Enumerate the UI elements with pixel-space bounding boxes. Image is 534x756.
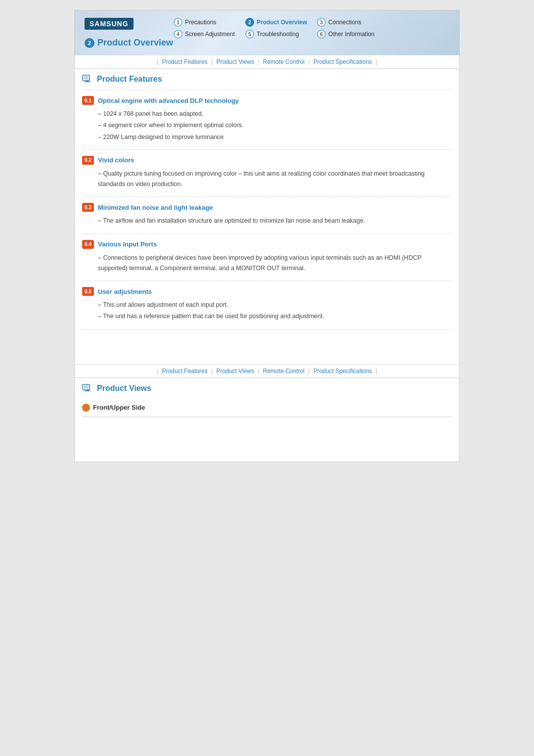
nav-label-5: Troubleshooting [257, 31, 299, 38]
feature-heading-3: 0.3 Minimized fan noise and light leakag… [82, 203, 452, 212]
nav-label-3: Connections [328, 19, 361, 26]
product-features-heading: Product Features [97, 75, 162, 84]
subnav-product-specs-link[interactable]: Product Specifications [313, 58, 372, 65]
feature-block-1: 0.1 Optical engine with advanced DLP tec… [82, 90, 452, 149]
feature-body-4: – Connections to peripheral devices have… [82, 253, 452, 274]
subnav-bottom-product-specs-link[interactable]: Product Specifications [313, 368, 372, 375]
subnav-product-views-link[interactable]: Product Views [216, 58, 254, 65]
subnav-bottom-remote-control-link[interactable]: Remote Control [263, 368, 305, 375]
product-views-image-area [82, 417, 452, 457]
active-section-label: Product Overview [97, 38, 173, 48]
feature-block-2: 0.2 Vivid colors – Quality picture tunin… [82, 149, 452, 197]
feature-body-3: – The airflow and fan installation struc… [82, 216, 452, 226]
subnav-bottom-product-views-link[interactable]: Product Views [216, 368, 254, 375]
nav-item-4[interactable]: 4 Screen Adjustment [174, 30, 235, 39]
subnav-product-features-link[interactable]: Product Features [162, 58, 208, 65]
nav-number-2: 2 [245, 18, 254, 27]
feature-bullet-5-1: – The unit has a reference pattern that … [98, 311, 452, 322]
feature-badge-1: 0.1 [82, 96, 94, 105]
feature-bullet-1-0: – 1024 x 768 panel has been adapted. [98, 109, 452, 119]
feature-bullet-3-0: – The airflow and fan installation struc… [98, 216, 452, 226]
svg-marker-7 [87, 389, 89, 391]
nav-item-5[interactable]: 5 Troubleshooting [245, 30, 307, 39]
nav-number-6: 6 [317, 30, 326, 39]
nav-grid: 1 Precautions 2 Product Overview 3 Conne… [174, 18, 379, 39]
feature-heading-2: 0.2 Vivid colors [82, 156, 452, 165]
feature-title-2: Vivid colors [98, 156, 134, 164]
spacer-1 [75, 334, 459, 344]
spacer-2 [75, 344, 459, 354]
feature-badge-2: 0.2 [82, 156, 94, 165]
header-nav: 1 Precautions 2 Product Overview 3 Conne… [174, 18, 379, 39]
feature-badge-4: 0.4 [82, 240, 94, 249]
front-upper-side-label: Front/Upper Side [82, 399, 452, 415]
active-section-badge: 2 [85, 38, 94, 48]
subnav-bottom-product-features-link[interactable]: Product Features [162, 368, 208, 375]
feature-title-4: Various Input Ports [98, 240, 157, 248]
product-views-title: Product Views [75, 378, 459, 399]
svg-rect-1 [84, 76, 89, 80]
sub-nav-top: | Product Features | Product Views | Rem… [75, 55, 459, 68]
nav-number-4: 4 [174, 30, 182, 39]
header: SAMSUNG 2 Product Overview 1 Precautions… [75, 10, 459, 55]
front-upper-side-text: Front/Upper Side [93, 404, 145, 411]
product-views-heading: Product Views [97, 384, 151, 393]
feature-body-1: – 1024 x 768 panel has been adapted. – 4… [82, 109, 452, 142]
feature-block-3: 0.3 Minimized fan noise and light leakag… [82, 196, 452, 233]
nav-number-1: 1 [174, 18, 182, 27]
feature-badge-5: 0.5 [82, 287, 94, 296]
nav-item-1[interactable]: 1 Precautions [174, 18, 235, 27]
nav-label-6: Other Information [328, 31, 374, 38]
product-features-section: 0.1 Optical engine with advanced DLP tec… [75, 90, 459, 330]
feature-bullet-5-0: – This unit allows adjustment of each in… [98, 300, 452, 310]
feature-body-5: – This unit allows adjustment of each in… [82, 300, 452, 322]
feature-bullet-1-1: – 4 segment color wheel to implement opt… [98, 120, 452, 131]
nav-label-2: Product Overview [257, 19, 307, 26]
nav-item-2[interactable]: 2 Product Overview [245, 18, 307, 27]
nav-label-4: Screen Adjustment [185, 31, 235, 38]
nav-item-6[interactable]: 6 Other Information [317, 30, 379, 39]
feature-heading-1: 0.1 Optical engine with advanced DLP tec… [82, 96, 452, 105]
feature-bullet-1-2: – 220W Lamp designed to improve luminanc… [98, 132, 452, 142]
nav-number-5: 5 [245, 30, 254, 39]
feature-bullet-4-0: – Connections to peripheral devices have… [98, 253, 452, 274]
product-features-icon [82, 75, 93, 84]
nav-item-3[interactable]: 3 Connections [317, 18, 379, 27]
samsung-logo: SAMSUNG [85, 18, 134, 30]
feature-heading-5: 0.5 User adjustments [82, 287, 452, 296]
front-upper-side-icon [82, 404, 90, 412]
feature-heading-4: 0.4 Various Input Ports [82, 240, 452, 249]
feature-block-4: 0.4 Various Input Ports – Connections to… [82, 234, 452, 281]
sub-nav-bottom: | Product Features | Product Views | Rem… [75, 364, 459, 378]
nav-label-1: Precautions [185, 19, 216, 26]
feature-title-1: Optical engine with advanced DLP technol… [98, 97, 239, 104]
svg-rect-5 [84, 385, 89, 389]
nav-number-3: 3 [317, 18, 326, 27]
feature-body-2: – Quality picture tuning focused on impr… [82, 169, 452, 190]
svg-marker-3 [87, 80, 89, 82]
feature-title-5: User adjustments [98, 288, 152, 295]
feature-title-3: Minimized fan noise and light leakage [98, 204, 213, 211]
header-left: SAMSUNG 2 Product Overview [85, 18, 173, 48]
feature-bullet-2-0: – Quality picture tuning focused on impr… [98, 169, 452, 190]
active-section-title: 2 Product Overview [85, 38, 173, 48]
feature-badge-3: 0.3 [82, 203, 94, 212]
subnav-remote-control-link[interactable]: Remote Control [263, 58, 305, 65]
spacer-3 [75, 354, 459, 364]
product-views-icon [82, 384, 93, 393]
product-features-title: Product Features [75, 69, 459, 90]
feature-block-5: 0.5 User adjustments – This unit allows … [82, 281, 452, 330]
product-views-section: Front/Upper Side [75, 399, 459, 462]
